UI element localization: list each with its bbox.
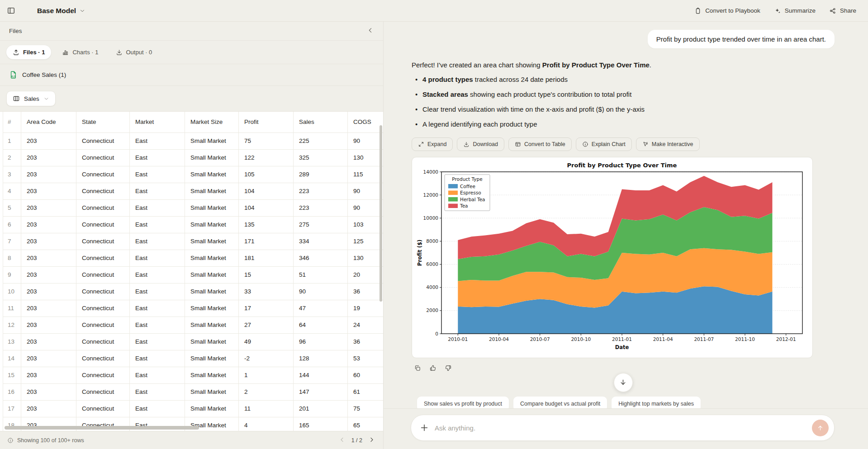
column-header-market: Market: [130, 112, 185, 132]
table-cell: East: [130, 317, 185, 333]
table-cell: 144: [294, 367, 348, 383]
share-button[interactable]: Share: [829, 7, 856, 14]
table-cell: Small Market: [185, 149, 239, 166]
assistant-bullet-list: 4 product types tracked across 24 date p…: [414, 75, 835, 129]
table-cell: 7: [3, 233, 21, 250]
chevron-left-icon: [367, 27, 374, 34]
chart-card: Profit by Product Type Over Time02000400…: [412, 157, 813, 358]
table-cell: 96: [294, 333, 348, 350]
chevron-down-icon: [43, 96, 49, 102]
table-cell: 203: [21, 216, 76, 233]
table-cell: Small Market: [185, 400, 239, 417]
explain-chart-button[interactable]: Explain Chart: [576, 137, 632, 151]
table-cell: East: [130, 367, 185, 383]
horizontal-scrollbar[interactable]: [5, 426, 199, 430]
table-cell: Connecticut: [76, 350, 130, 367]
table-row: 8203ConnecticutEastSmall Market181346130: [3, 250, 384, 266]
previous-page-button[interactable]: [338, 436, 347, 445]
sheet-selector[interactable]: Sales: [6, 91, 56, 106]
table-cell: 203: [21, 283, 76, 300]
table-cell: 105: [239, 166, 294, 183]
convert-to-playbook-button[interactable]: Convert to Playbook: [694, 7, 760, 14]
thumbs-down-button[interactable]: [444, 364, 452, 372]
copy-button[interactable]: [413, 364, 421, 372]
table-cell: 14: [3, 350, 21, 367]
table-cell: 203: [21, 317, 76, 333]
table-cell: 128: [294, 350, 348, 367]
tab-files[interactable]: Files · 1: [6, 45, 51, 59]
table-cell: Connecticut: [76, 400, 130, 417]
tab-output[interactable]: Output · 0: [109, 45, 159, 59]
collapse-panel-button[interactable]: [365, 26, 376, 37]
table-cell: 165: [294, 417, 348, 431]
svg-text:2011-07: 2011-07: [694, 336, 714, 342]
table-cell: -2: [239, 350, 294, 367]
table-cell: 51: [294, 266, 348, 283]
table-cell: 1: [239, 367, 294, 383]
table-footer: Showing 100 of 100+ rows 1 / 2: [0, 431, 383, 449]
thumbs-up-button[interactable]: [429, 364, 436, 372]
table-cell: Connecticut: [76, 367, 130, 383]
table-cell: 147: [294, 383, 348, 400]
chat-panel: Profit by product type trended over time…: [384, 22, 868, 449]
svg-text:Herbal Tea: Herbal Tea: [460, 196, 485, 202]
table-cell: 24: [348, 317, 384, 333]
table-cell: 64: [294, 317, 348, 333]
table-cell: 33: [239, 283, 294, 300]
convert-to-table-button[interactable]: Convert to Table: [508, 137, 572, 151]
files-panel-title: Files: [9, 28, 22, 34]
column-header-profit: Profit: [239, 112, 294, 132]
table-cell: 65: [348, 417, 384, 431]
explain-chart-label: Explain Chart: [592, 141, 626, 147]
table-row: 9203ConnecticutEastSmall Market155120: [3, 266, 384, 283]
table-cell: 4: [3, 183, 21, 199]
table-cell: 1: [3, 132, 21, 149]
table-cell: 223: [294, 199, 348, 216]
table-cell: 203: [21, 166, 76, 183]
table-cell: Small Market: [185, 199, 239, 216]
table-cell: Connecticut: [76, 266, 130, 283]
table-cell: 8: [3, 250, 21, 266]
expand-button[interactable]: Expand: [412, 137, 453, 151]
file-item-coffee-sales[interactable]: XLS Coffee Sales (1): [0, 64, 383, 86]
clipboard-icon: [694, 7, 702, 14]
user-message-row: Profit by product type trended over time…: [412, 30, 835, 48]
xls-file-icon: XLS: [9, 71, 18, 79]
arrow-up-icon: [816, 424, 824, 432]
table-row: 1203ConnecticutEastSmall Market7522590: [3, 132, 384, 149]
share-label: Share: [840, 7, 856, 14]
attach-button[interactable]: [419, 423, 429, 433]
table-cell: Small Market: [185, 233, 239, 250]
scroll-to-bottom-button[interactable]: [614, 373, 633, 392]
download-label: Download: [473, 141, 498, 147]
next-page-button[interactable]: [367, 436, 376, 445]
table-cell: 223: [294, 183, 348, 199]
suggestion-chip-show-sales-vs-profit-by-product[interactable]: Show sales vs profit by product: [417, 397, 509, 409]
summarize-button[interactable]: Summarize: [774, 7, 816, 14]
tab-label: Charts · 1: [72, 49, 98, 56]
table-cell: 49: [239, 333, 294, 350]
send-button[interactable]: [812, 420, 829, 436]
table-cell: Connecticut: [76, 233, 130, 250]
workspace-selector[interactable]: Base Model: [37, 7, 85, 15]
tab-charts[interactable]: Charts · 1: [56, 45, 104, 59]
table-cell: Small Market: [185, 300, 239, 317]
table-cell: Connecticut: [76, 383, 130, 400]
svg-text:2010-10: 2010-10: [571, 336, 591, 342]
suggestion-chip-compare-budget-vs-actual-profit[interactable]: Compare budget vs actual profit: [513, 397, 607, 409]
files-tabs: Files · 1Charts · 1Output · 0: [0, 41, 383, 64]
suggestion-chip-highlight-top-markets-by-sales[interactable]: Highlight top markets by sales: [612, 397, 701, 409]
sidebar-toggle-button[interactable]: [4, 4, 18, 18]
table-cell: 275: [294, 216, 348, 233]
suggestion-chips: Show sales vs profit by productCompare b…: [417, 397, 835, 409]
summarize-label: Summarize: [785, 7, 816, 14]
table-cell: East: [130, 383, 185, 400]
download-button[interactable]: Download: [457, 137, 504, 151]
table-row: 10203ConnecticutEastSmall Market339036: [3, 283, 384, 300]
vertical-scrollbar[interactable]: [379, 125, 382, 302]
chat-input[interactable]: [435, 424, 812, 432]
sparkles-icon: [774, 7, 781, 14]
app-root: Base Model Convert to PlaybookSummarizeS…: [0, 0, 868, 449]
topbar-actions: Convert to PlaybookSummarizeShare: [694, 7, 868, 14]
make-interactive-button[interactable]: Make Interactive: [636, 137, 700, 151]
